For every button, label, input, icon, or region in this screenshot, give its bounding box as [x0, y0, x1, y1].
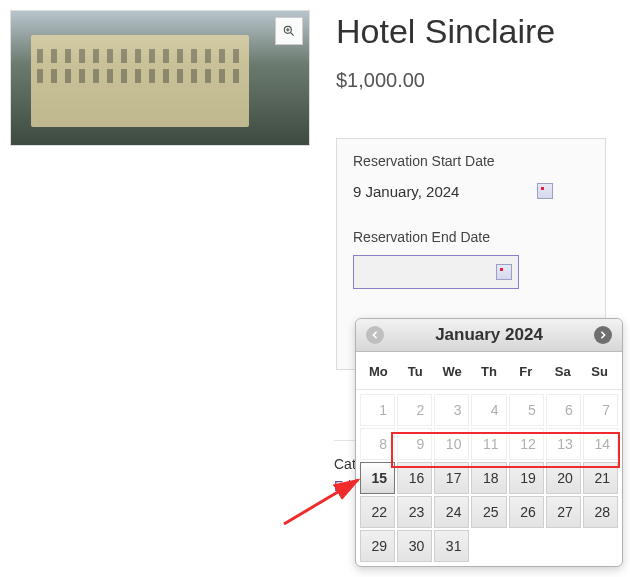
- datepicker-day: 5: [509, 394, 544, 426]
- datepicker-day[interactable]: 24: [434, 496, 469, 528]
- product-price: $1,000.00: [336, 69, 620, 92]
- product-title: Hotel Sinclaire: [336, 12, 620, 51]
- datepicker-day: 2: [397, 394, 432, 426]
- start-date-row: 9 January, 2024: [353, 179, 589, 203]
- calendar-icon[interactable]: [537, 183, 553, 199]
- datepicker-day: 3: [434, 394, 469, 426]
- zoom-icon[interactable]: [275, 17, 303, 45]
- edit-link[interactable]: Ed: [334, 478, 351, 494]
- next-month-button[interactable]: [594, 326, 612, 344]
- datepicker-day[interactable]: 26: [509, 496, 544, 528]
- category-prefix: Cat: [334, 456, 356, 472]
- datepicker-day[interactable]: 27: [546, 496, 581, 528]
- datepicker-day: 14: [583, 428, 618, 460]
- prev-month-button[interactable]: [366, 326, 384, 344]
- datepicker-day[interactable]: 19: [509, 462, 544, 494]
- dow-label: Th: [471, 358, 508, 385]
- datepicker-day[interactable]: 15: [360, 462, 395, 494]
- datepicker-day: 7: [583, 394, 618, 426]
- datepicker-day[interactable]: 16: [397, 462, 432, 494]
- datepicker-day[interactable]: 21: [583, 462, 618, 494]
- datepicker-day: 6: [546, 394, 581, 426]
- datepicker-day[interactable]: 17: [434, 462, 469, 494]
- datepicker-day: 12: [509, 428, 544, 460]
- end-date-label: Reservation End Date: [353, 229, 589, 245]
- datepicker-day[interactable]: 28: [583, 496, 618, 528]
- datepicker-day: 4: [471, 394, 506, 426]
- datepicker-day: [509, 530, 544, 562]
- datepicker-month: January 2024: [384, 325, 594, 345]
- datepicker-day[interactable]: 31: [434, 530, 469, 562]
- product-image[interactable]: [10, 10, 310, 146]
- datepicker-day: 13: [546, 428, 581, 460]
- datepicker-day: [546, 530, 581, 562]
- datepicker-day: 9: [397, 428, 432, 460]
- datepicker-day[interactable]: 18: [471, 462, 506, 494]
- dow-label: Mo: [360, 358, 397, 385]
- datepicker-day[interactable]: 25: [471, 496, 506, 528]
- datepicker-day: 8: [360, 428, 395, 460]
- svg-line-1: [291, 33, 294, 36]
- datepicker-day[interactable]: 20: [546, 462, 581, 494]
- datepicker-day: [471, 530, 506, 562]
- dow-label: Tu: [397, 358, 434, 385]
- dow-label: We: [434, 358, 471, 385]
- datepicker-day: 10: [434, 428, 469, 460]
- datepicker-day: 1: [360, 394, 395, 426]
- datepicker-day: [583, 530, 618, 562]
- datepicker-day: 11: [471, 428, 506, 460]
- dow-label: Sa: [544, 358, 581, 385]
- datepicker-day[interactable]: 23: [397, 496, 432, 528]
- datepicker-day[interactable]: 29: [360, 530, 395, 562]
- dow-label: Fr: [507, 358, 544, 385]
- datepicker: January 2024 MoTuWeThFrSaSu 123456789101…: [355, 318, 623, 567]
- datepicker-day[interactable]: 22: [360, 496, 395, 528]
- dow-label: Su: [581, 358, 618, 385]
- end-date-input[interactable]: [353, 255, 519, 289]
- datepicker-day[interactable]: 30: [397, 530, 432, 562]
- calendar-icon[interactable]: [496, 264, 512, 280]
- start-date-label: Reservation Start Date: [353, 153, 589, 169]
- start-date-value: 9 January, 2024: [353, 183, 459, 200]
